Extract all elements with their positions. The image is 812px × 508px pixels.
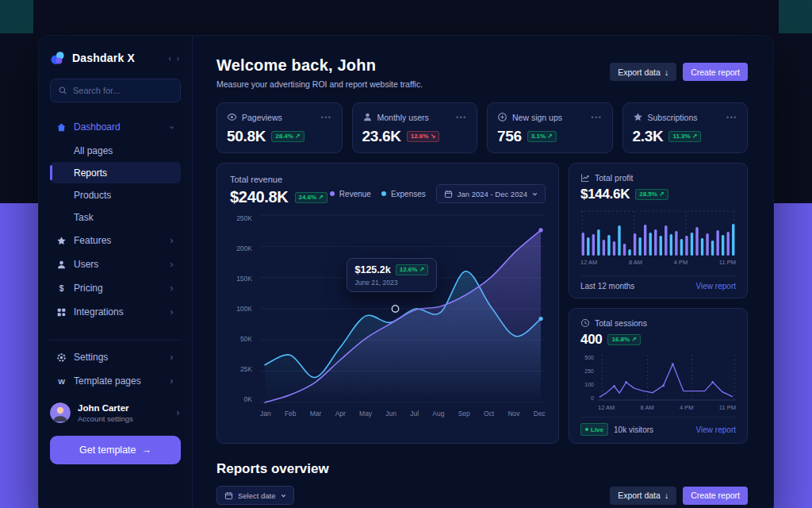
- trend-up-icon: ↗: [419, 267, 424, 273]
- x-tick-label: May: [359, 410, 372, 418]
- sidebar: Dashdark X ‹ › Search for... DashboardAl…: [39, 36, 193, 508]
- svg-text:W: W: [58, 377, 65, 385]
- sidebar-item-dashboard[interactable]: Dashboard: [50, 115, 181, 139]
- x-tick-label: Jul: [410, 410, 419, 418]
- stat-label: New sign ups: [512, 113, 562, 122]
- visitors-text: 10k visitors: [614, 425, 653, 434]
- star-icon: [56, 236, 67, 246]
- app-title: Dashdark X: [72, 52, 135, 64]
- x-tick-label: Oct: [484, 410, 494, 418]
- sidebar-collapse-button[interactable]: ‹ ›: [169, 54, 181, 63]
- logo-row: Dashdark X ‹ ›: [50, 50, 181, 66]
- x-tick-label: 4 PM: [680, 404, 694, 411]
- sidebar-item-all-pages[interactable]: All pages: [50, 140, 181, 161]
- trend-up-icon: ↗: [659, 191, 665, 198]
- total-profit-card: Total profit $144.6K 28.5%↗ 12 AM8 AM4 P…: [569, 163, 748, 298]
- total-profit-value: $144.6K: [580, 187, 630, 202]
- y-tick-label: 150K: [236, 275, 252, 283]
- app-logo-icon: [50, 50, 66, 66]
- stat-value: 2.3K: [633, 128, 664, 145]
- chevron-right-icon: [175, 410, 181, 416]
- sessions-view-report-link[interactable]: View report: [696, 425, 736, 434]
- more-menu-button[interactable]: •••: [592, 114, 603, 121]
- legend-revenue[interactable]: Revenue: [330, 190, 371, 198]
- export-data-button-bottom[interactable]: Export data ↓: [610, 487, 676, 505]
- profit-view-report-link[interactable]: View report: [696, 282, 736, 291]
- create-report-button-bottom[interactable]: Create report: [683, 487, 748, 505]
- search-placeholder: Search for...: [73, 86, 120, 95]
- x-tick-label: 11 PM: [719, 404, 736, 411]
- total-sessions-change-badge: 16.8%↗: [607, 334, 640, 345]
- total-sessions-card: Total sessions 400 16.8%↗ 5002501000 12 …: [569, 308, 748, 444]
- sidebar-item-products[interactable]: Products: [50, 184, 181, 206]
- sidebar-item-users[interactable]: Users: [50, 252, 181, 276]
- avatar: [50, 402, 71, 423]
- sidebar-divider: [48, 340, 182, 341]
- total-profit-change-badge: 28.5%↗: [635, 189, 668, 200]
- date-range-select[interactable]: Jan 2024 - Dec 2024: [436, 184, 546, 203]
- total-revenue-value: $240.8K: [230, 188, 289, 206]
- get-template-label: Get template: [79, 444, 136, 456]
- stat-change-badge: 11.3%↗: [668, 131, 701, 142]
- total-revenue-card: Total revenue $240.8K 24.6%↗ Revenue: [216, 163, 559, 444]
- x-tick-label: 4 PM: [674, 259, 688, 266]
- sidebar-item-template-pages[interactable]: WTemplate pages: [50, 369, 181, 393]
- export-data-button[interactable]: Export data ↓: [610, 63, 676, 81]
- trend-up-icon: ↗: [547, 133, 553, 140]
- stat-label: Pageviews: [242, 113, 282, 122]
- chevron-down-icon: [281, 493, 286, 498]
- more-menu-button[interactable]: •••: [456, 114, 467, 121]
- stat-value: 50.8K: [227, 128, 266, 145]
- app-window: Dashdark X ‹ › Search for... DashboardAl…: [38, 35, 774, 508]
- backdrop-corner-right: [779, 0, 812, 33]
- chevron-right-icon: [169, 238, 174, 244]
- dollar-icon: $: [56, 283, 67, 294]
- sidebar-item-integrations[interactable]: Integrations: [50, 300, 181, 324]
- select-date-dropdown[interactable]: Select date: [216, 486, 294, 505]
- chart-line-icon: [580, 173, 590, 183]
- more-menu-button[interactable]: •••: [726, 114, 737, 121]
- arrow-down-icon: ↓: [665, 67, 668, 77]
- total-profit-label: Total profit: [595, 173, 633, 183]
- profile[interactable]: John Carter Account settings: [50, 402, 181, 423]
- more-menu-button[interactable]: •••: [321, 114, 332, 121]
- legend-expenses[interactable]: Expenses: [381, 190, 426, 198]
- trend-down-icon: ↘: [430, 133, 435, 140]
- chevron-right-icon: [169, 310, 174, 315]
- revenue-chart[interactable]: $125.2k 12.6%↗ June 21, 2023: [260, 214, 546, 403]
- chevron-right-icon: [169, 355, 174, 360]
- sidebar-item-reports[interactable]: Reports: [50, 162, 181, 183]
- total-sessions-value: 400: [580, 332, 602, 348]
- sidebar-item-settings[interactable]: Settings: [50, 345, 181, 369]
- home-icon: [56, 122, 67, 133]
- stat-value: 23.6K: [362, 128, 401, 145]
- revenue-y-axis: 250K200K150K100K50K25K0K: [230, 214, 254, 403]
- y-tick-label: 25K: [240, 365, 252, 373]
- total-sessions-label: Total sessions: [595, 318, 647, 328]
- profit-x-axis: 12 AM8 AM4 PM11 PM: [580, 259, 736, 266]
- sidebar-item-pricing[interactable]: $Pricing: [50, 276, 181, 300]
- x-tick-label: 8 AM: [629, 259, 642, 266]
- x-tick-label: 8 AM: [641, 404, 654, 411]
- trend-up-icon: ↗: [295, 133, 301, 140]
- sidebar-item-task[interactable]: Task: [50, 206, 181, 228]
- y-tick-label: 100K: [236, 305, 252, 313]
- x-tick-label: Aug: [432, 410, 444, 418]
- create-report-button[interactable]: Create report: [683, 63, 748, 81]
- get-template-button[interactable]: Get template →: [50, 436, 181, 464]
- user-icon: [56, 260, 67, 270]
- profit-footer-text: Last 12 months: [580, 282, 634, 291]
- search-icon: [58, 86, 67, 95]
- calendar-icon: [444, 190, 453, 198]
- sidebar-item-features[interactable]: Features: [50, 229, 181, 252]
- stat-change-badge: 28.4%↗: [271, 131, 304, 142]
- search-input[interactable]: Search for...: [50, 79, 181, 102]
- revenue-x-axis: JanFebMarAprMayJunJulAugSepOctNovDec: [260, 410, 546, 418]
- tooltip-value: $125.2k: [355, 264, 391, 275]
- chart-tooltip: $125.2k 12.6%↗ June 21, 2023: [347, 258, 438, 292]
- x-tick-label: Apr: [335, 410, 346, 418]
- stat-label: Subscriptions: [648, 113, 698, 122]
- chevron-right-icon: [169, 262, 174, 267]
- export-data-label: Export data: [618, 67, 661, 77]
- gear-icon: [56, 352, 67, 363]
